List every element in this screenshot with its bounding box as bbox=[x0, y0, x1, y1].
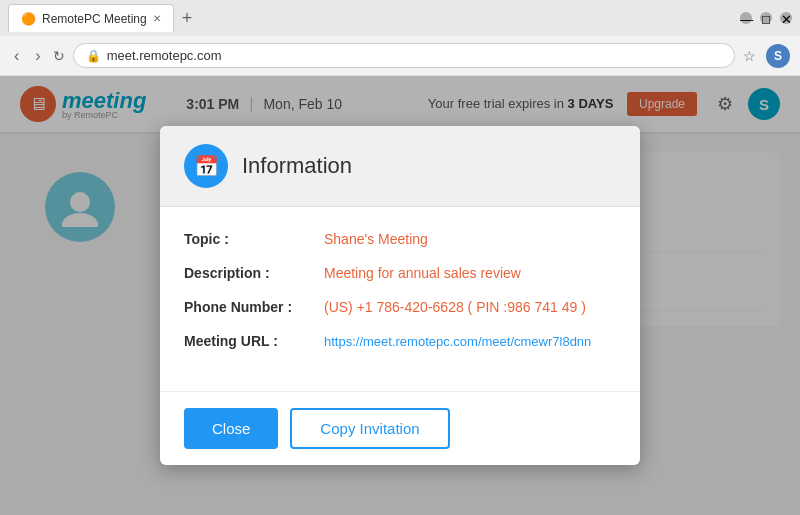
nav-bar: ‹ › ↻ 🔒 meet.remotepc.com ☆ S bbox=[0, 36, 800, 76]
close-window-button[interactable]: ✕ bbox=[780, 12, 792, 24]
browser-avatar[interactable]: S bbox=[766, 44, 790, 68]
url-text: meet.remotepc.com bbox=[107, 48, 222, 63]
nav-icons: ☆ S bbox=[743, 44, 790, 68]
phone-value: (US) +1 786-420-6628 ( PIN :986 741 49 ) bbox=[324, 299, 586, 315]
browser-chrome: 🟠 RemotePC Meeting ✕ + — □ ✕ ‹ › ↻ 🔒 mee… bbox=[0, 0, 800, 77]
modal-overlay: 📅 Information Topic : Shane's Meeting De… bbox=[0, 76, 800, 515]
browser-tab[interactable]: 🟠 RemotePC Meeting ✕ bbox=[8, 4, 174, 32]
tab-title: RemotePC Meeting bbox=[42, 12, 147, 26]
description-value: Meeting for annual sales review bbox=[324, 265, 521, 281]
tab-favicon: 🟠 bbox=[21, 12, 36, 26]
title-bar: 🟠 RemotePC Meeting ✕ + — □ ✕ bbox=[0, 0, 800, 36]
topic-row: Topic : Shane's Meeting bbox=[184, 231, 616, 247]
back-button[interactable]: ‹ bbox=[10, 45, 23, 67]
tab-close-button[interactable]: ✕ bbox=[153, 13, 161, 24]
meeting-url-value[interactable]: https://meet.remotepc.com/meet/cmewr7l8d… bbox=[324, 334, 591, 349]
copy-invitation-button[interactable]: Copy Invitation bbox=[290, 408, 449, 449]
modal-title: Information bbox=[242, 153, 352, 179]
close-button[interactable]: Close bbox=[184, 408, 278, 449]
star-icon[interactable]: ☆ bbox=[743, 48, 756, 64]
modal-body: Topic : Shane's Meeting Description : Me… bbox=[160, 207, 640, 391]
maximize-button[interactable]: □ bbox=[760, 12, 772, 24]
topic-label: Topic : bbox=[184, 231, 324, 247]
modal-footer: Close Copy Invitation bbox=[160, 391, 640, 465]
description-label: Description : bbox=[184, 265, 324, 281]
refresh-button[interactable]: ↻ bbox=[53, 48, 65, 64]
url-label: Meeting URL : bbox=[184, 333, 324, 349]
address-bar[interactable]: 🔒 meet.remotepc.com bbox=[73, 43, 735, 68]
window-controls: — □ ✕ bbox=[740, 12, 792, 24]
minimize-button[interactable]: — bbox=[740, 12, 752, 24]
url-row: Meeting URL : https://meet.remotepc.com/… bbox=[184, 333, 616, 349]
description-row: Description : Meeting for annual sales r… bbox=[184, 265, 616, 281]
forward-button[interactable]: › bbox=[31, 45, 44, 67]
phone-row: Phone Number : (US) +1 786-420-6628 ( PI… bbox=[184, 299, 616, 315]
lock-icon: 🔒 bbox=[86, 49, 101, 63]
information-modal: 📅 Information Topic : Shane's Meeting De… bbox=[160, 126, 640, 465]
modal-header: 📅 Information bbox=[160, 126, 640, 207]
phone-label: Phone Number : bbox=[184, 299, 324, 315]
modal-calendar-icon: 📅 bbox=[184, 144, 228, 188]
topic-value: Shane's Meeting bbox=[324, 231, 428, 247]
new-tab-button[interactable]: + bbox=[174, 8, 201, 29]
